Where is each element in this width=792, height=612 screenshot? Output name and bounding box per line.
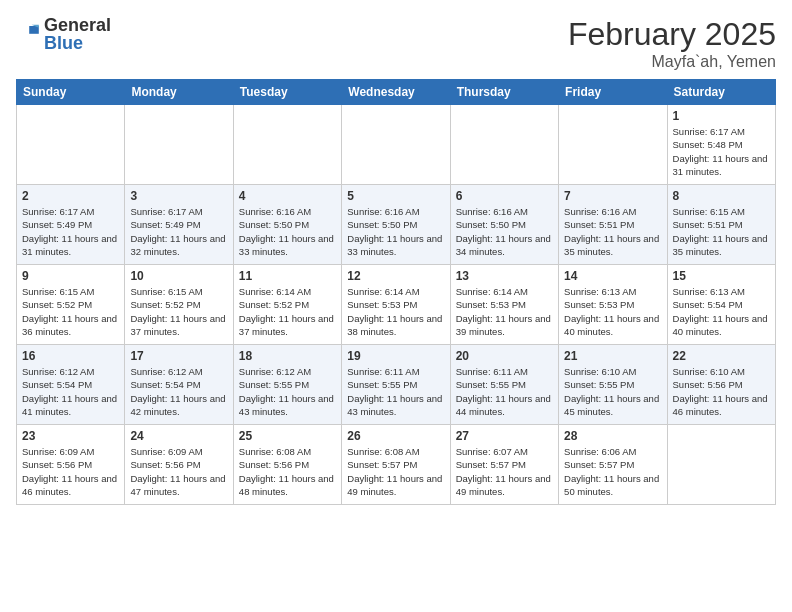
day-info: Sunrise: 6:14 AM Sunset: 5:52 PM Dayligh…: [239, 285, 336, 338]
day-info: Sunrise: 6:14 AM Sunset: 5:53 PM Dayligh…: [456, 285, 553, 338]
day-cell-6: 6Sunrise: 6:16 AM Sunset: 5:50 PM Daylig…: [450, 185, 558, 265]
day-cell-27: 27Sunrise: 6:07 AM Sunset: 5:57 PM Dayli…: [450, 425, 558, 505]
day-number: 20: [456, 349, 553, 363]
day-info: Sunrise: 6:13 AM Sunset: 5:53 PM Dayligh…: [564, 285, 661, 338]
logo: General Blue: [16, 16, 111, 52]
day-info: Sunrise: 6:16 AM Sunset: 5:50 PM Dayligh…: [347, 205, 444, 258]
day-number: 19: [347, 349, 444, 363]
weekday-header-row: SundayMondayTuesdayWednesdayThursdayFrid…: [17, 80, 776, 105]
day-number: 23: [22, 429, 119, 443]
day-number: 15: [673, 269, 770, 283]
day-number: 28: [564, 429, 661, 443]
empty-cell: [233, 105, 341, 185]
day-number: 25: [239, 429, 336, 443]
logo-general: General: [44, 16, 111, 34]
day-info: Sunrise: 6:09 AM Sunset: 5:56 PM Dayligh…: [22, 445, 119, 498]
day-cell-28: 28Sunrise: 6:06 AM Sunset: 5:57 PM Dayli…: [559, 425, 667, 505]
weekday-header-saturday: Saturday: [667, 80, 775, 105]
empty-cell: [559, 105, 667, 185]
day-cell-10: 10Sunrise: 6:15 AM Sunset: 5:52 PM Dayli…: [125, 265, 233, 345]
day-cell-8: 8Sunrise: 6:15 AM Sunset: 5:51 PM Daylig…: [667, 185, 775, 265]
day-cell-15: 15Sunrise: 6:13 AM Sunset: 5:54 PM Dayli…: [667, 265, 775, 345]
day-cell-19: 19Sunrise: 6:11 AM Sunset: 5:55 PM Dayli…: [342, 345, 450, 425]
day-cell-13: 13Sunrise: 6:14 AM Sunset: 5:53 PM Dayli…: [450, 265, 558, 345]
day-cell-22: 22Sunrise: 6:10 AM Sunset: 5:56 PM Dayli…: [667, 345, 775, 425]
weekday-header-tuesday: Tuesday: [233, 80, 341, 105]
day-number: 27: [456, 429, 553, 443]
weekday-header-sunday: Sunday: [17, 80, 125, 105]
day-number: 26: [347, 429, 444, 443]
day-cell-26: 26Sunrise: 6:08 AM Sunset: 5:57 PM Dayli…: [342, 425, 450, 505]
day-number: 1: [673, 109, 770, 123]
day-cell-12: 12Sunrise: 6:14 AM Sunset: 5:53 PM Dayli…: [342, 265, 450, 345]
day-number: 3: [130, 189, 227, 203]
day-info: Sunrise: 6:15 AM Sunset: 5:52 PM Dayligh…: [130, 285, 227, 338]
day-info: Sunrise: 6:16 AM Sunset: 5:50 PM Dayligh…: [456, 205, 553, 258]
day-cell-14: 14Sunrise: 6:13 AM Sunset: 5:53 PM Dayli…: [559, 265, 667, 345]
weekday-header-thursday: Thursday: [450, 80, 558, 105]
day-cell-18: 18Sunrise: 6:12 AM Sunset: 5:55 PM Dayli…: [233, 345, 341, 425]
day-number: 2: [22, 189, 119, 203]
day-number: 8: [673, 189, 770, 203]
day-cell-1: 1Sunrise: 6:17 AM Sunset: 5:48 PM Daylig…: [667, 105, 775, 185]
logo-icon: [16, 20, 40, 44]
week-row-3: 9Sunrise: 6:15 AM Sunset: 5:52 PM Daylig…: [17, 265, 776, 345]
day-info: Sunrise: 6:14 AM Sunset: 5:53 PM Dayligh…: [347, 285, 444, 338]
day-info: Sunrise: 6:11 AM Sunset: 5:55 PM Dayligh…: [347, 365, 444, 418]
day-cell-7: 7Sunrise: 6:16 AM Sunset: 5:51 PM Daylig…: [559, 185, 667, 265]
day-number: 16: [22, 349, 119, 363]
day-info: Sunrise: 6:17 AM Sunset: 5:49 PM Dayligh…: [130, 205, 227, 258]
day-info: Sunrise: 6:16 AM Sunset: 5:51 PM Dayligh…: [564, 205, 661, 258]
day-number: 12: [347, 269, 444, 283]
day-cell-3: 3Sunrise: 6:17 AM Sunset: 5:49 PM Daylig…: [125, 185, 233, 265]
day-info: Sunrise: 6:10 AM Sunset: 5:56 PM Dayligh…: [673, 365, 770, 418]
day-number: 13: [456, 269, 553, 283]
day-info: Sunrise: 6:17 AM Sunset: 5:48 PM Dayligh…: [673, 125, 770, 178]
day-number: 9: [22, 269, 119, 283]
day-cell-20: 20Sunrise: 6:11 AM Sunset: 5:55 PM Dayli…: [450, 345, 558, 425]
week-row-5: 23Sunrise: 6:09 AM Sunset: 5:56 PM Dayli…: [17, 425, 776, 505]
day-info: Sunrise: 6:12 AM Sunset: 5:54 PM Dayligh…: [22, 365, 119, 418]
day-number: 18: [239, 349, 336, 363]
day-number: 22: [673, 349, 770, 363]
day-cell-25: 25Sunrise: 6:08 AM Sunset: 5:56 PM Dayli…: [233, 425, 341, 505]
day-cell-11: 11Sunrise: 6:14 AM Sunset: 5:52 PM Dayli…: [233, 265, 341, 345]
day-number: 7: [564, 189, 661, 203]
empty-cell: [342, 105, 450, 185]
day-info: Sunrise: 6:08 AM Sunset: 5:57 PM Dayligh…: [347, 445, 444, 498]
day-info: Sunrise: 6:07 AM Sunset: 5:57 PM Dayligh…: [456, 445, 553, 498]
month-title: February 2025: [568, 16, 776, 53]
day-number: 21: [564, 349, 661, 363]
day-cell-24: 24Sunrise: 6:09 AM Sunset: 5:56 PM Dayli…: [125, 425, 233, 505]
day-number: 17: [130, 349, 227, 363]
day-cell-2: 2Sunrise: 6:17 AM Sunset: 5:49 PM Daylig…: [17, 185, 125, 265]
day-number: 11: [239, 269, 336, 283]
day-number: 10: [130, 269, 227, 283]
day-info: Sunrise: 6:12 AM Sunset: 5:55 PM Dayligh…: [239, 365, 336, 418]
day-info: Sunrise: 6:15 AM Sunset: 5:51 PM Dayligh…: [673, 205, 770, 258]
week-row-2: 2Sunrise: 6:17 AM Sunset: 5:49 PM Daylig…: [17, 185, 776, 265]
day-info: Sunrise: 6:16 AM Sunset: 5:50 PM Dayligh…: [239, 205, 336, 258]
weekday-header-wednesday: Wednesday: [342, 80, 450, 105]
logo-blue: Blue: [44, 34, 111, 52]
day-cell-5: 5Sunrise: 6:16 AM Sunset: 5:50 PM Daylig…: [342, 185, 450, 265]
day-number: 6: [456, 189, 553, 203]
empty-cell: [450, 105, 558, 185]
day-info: Sunrise: 6:11 AM Sunset: 5:55 PM Dayligh…: [456, 365, 553, 418]
day-number: 5: [347, 189, 444, 203]
day-info: Sunrise: 6:12 AM Sunset: 5:54 PM Dayligh…: [130, 365, 227, 418]
week-row-4: 16Sunrise: 6:12 AM Sunset: 5:54 PM Dayli…: [17, 345, 776, 425]
day-info: Sunrise: 6:10 AM Sunset: 5:55 PM Dayligh…: [564, 365, 661, 418]
day-cell-4: 4Sunrise: 6:16 AM Sunset: 5:50 PM Daylig…: [233, 185, 341, 265]
day-number: 24: [130, 429, 227, 443]
title-block: February 2025 Mayfa`ah, Yemen: [568, 16, 776, 71]
day-number: 14: [564, 269, 661, 283]
empty-cell: [125, 105, 233, 185]
day-info: Sunrise: 6:06 AM Sunset: 5:57 PM Dayligh…: [564, 445, 661, 498]
weekday-header-friday: Friday: [559, 80, 667, 105]
day-cell-21: 21Sunrise: 6:10 AM Sunset: 5:55 PM Dayli…: [559, 345, 667, 425]
week-row-1: 1Sunrise: 6:17 AM Sunset: 5:48 PM Daylig…: [17, 105, 776, 185]
day-number: 4: [239, 189, 336, 203]
day-cell-23: 23Sunrise: 6:09 AM Sunset: 5:56 PM Dayli…: [17, 425, 125, 505]
weekday-header-monday: Monday: [125, 80, 233, 105]
